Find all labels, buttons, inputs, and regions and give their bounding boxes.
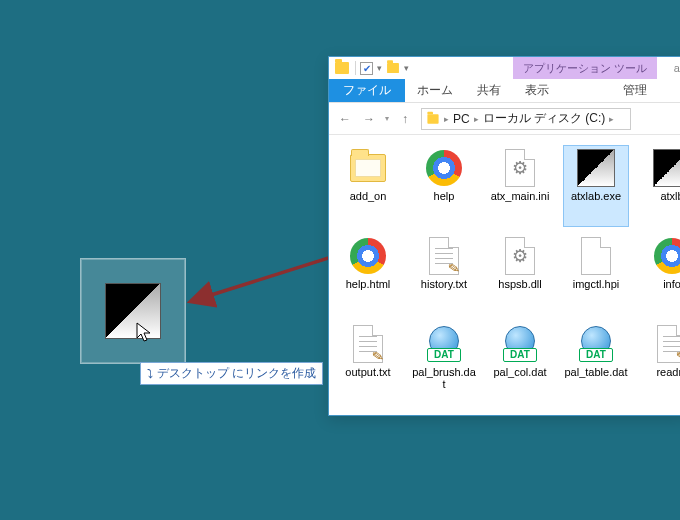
file-item[interactable]: help	[411, 145, 477, 227]
file-item[interactable]: add_on	[335, 145, 401, 227]
title-trail: at	[674, 57, 680, 79]
file-item[interactable]: ✎readm	[639, 321, 680, 415]
ribbon-tabs: アプリケーション ツール at ファイル ホーム 共有 表示 管理	[329, 79, 680, 103]
dat-file-icon: DAT	[500, 324, 540, 364]
tab-home[interactable]: ホーム	[405, 79, 465, 102]
file-item[interactable]: atxlab.exe	[563, 145, 629, 227]
dragged-app-thumb	[105, 283, 161, 339]
quick-access-toolbar: ✔ ▾ ▾	[355, 61, 409, 75]
file-label: readm	[656, 366, 680, 379]
breadcrumb-pc[interactable]: PC	[453, 112, 470, 126]
file-label: pal_table.dat	[565, 366, 628, 379]
file-label: history.txt	[421, 278, 467, 291]
nav-forward-button[interactable]: →	[361, 112, 377, 126]
file-item[interactable]: hspsb.dll	[487, 233, 553, 315]
qat-menu-caret[interactable]: ▾	[377, 63, 382, 73]
chrome-icon	[348, 236, 388, 276]
drop-tooltip: ⤵ デスクトップ にリンクを作成	[140, 362, 323, 385]
folder-icon[interactable]	[387, 63, 399, 73]
file-item[interactable]: atxlb	[639, 145, 680, 227]
file-label: help	[434, 190, 455, 203]
file-item[interactable]: DATpal_col.dat	[487, 321, 553, 415]
file-label: help.html	[346, 278, 391, 291]
file-label: pal_brush.dat	[412, 366, 476, 391]
tab-share[interactable]: 共有	[465, 79, 513, 102]
file-label: atx_main.ini	[491, 190, 550, 203]
file-label: atxlb	[660, 190, 680, 203]
file-item[interactable]: ✎history.txt	[411, 233, 477, 315]
explorer-window: ✔ ▾ ▾ アプリケーション ツール at ファイル ホーム 共有 表示 管理 …	[328, 56, 680, 416]
text-file-icon: ✎	[424, 236, 464, 276]
file-item[interactable]: DATpal_table.dat	[563, 321, 629, 415]
drop-tooltip-text: デスクトップ にリンクを作成	[157, 365, 316, 382]
app-icon	[576, 148, 616, 188]
file-grid: add_onhelpatx_main.iniatxlab.exeatxlbhel…	[329, 135, 680, 415]
chrome-icon	[424, 148, 464, 188]
settings-file-icon	[500, 148, 540, 188]
tab-manage[interactable]: 管理	[603, 79, 680, 102]
shortcut-arrow-icon: ⤵	[147, 367, 153, 381]
app-icon	[652, 148, 680, 188]
file-item[interactable]: ✎output.txt	[335, 321, 401, 415]
contextual-tab-label: アプリケーション ツール	[513, 57, 657, 79]
file-label: add_on	[350, 190, 387, 203]
folder-icon	[335, 62, 349, 74]
text-file-icon: ✎	[652, 324, 680, 364]
dat-file-icon: DAT	[424, 324, 464, 364]
file-label: info	[663, 278, 680, 291]
file-label: atxlab.exe	[571, 190, 621, 203]
nav-history-caret[interactable]: ▾	[385, 114, 389, 123]
dat-file-icon: DAT	[576, 324, 616, 364]
nav-up-button[interactable]: ↑	[397, 112, 413, 126]
address-bar[interactable]: ▸ PC ▸ ローカル ディスク (C:) ▸	[421, 108, 631, 130]
breadcrumb-drive[interactable]: ローカル ディスク (C:)	[483, 110, 606, 127]
file-item[interactable]: help.html	[335, 233, 401, 315]
text-file-icon: ✎	[348, 324, 388, 364]
folder-icon	[427, 114, 438, 124]
file-label: pal_col.dat	[493, 366, 546, 379]
qat-chevron[interactable]: ▾	[404, 63, 409, 73]
file-label: output.txt	[345, 366, 390, 379]
settings-file-icon	[500, 236, 540, 276]
navbar: ← → ▾ ↑ ▸ PC ▸ ローカル ディスク (C:) ▸	[329, 103, 680, 135]
folder-icon	[348, 148, 388, 188]
desktop-drop-target	[80, 258, 186, 364]
file-item[interactable]: atx_main.ini	[487, 145, 553, 227]
file-item[interactable]: DATpal_brush.dat	[411, 321, 477, 415]
nav-back-button[interactable]: ←	[337, 112, 353, 126]
file-item[interactable]: imgctl.hpi	[563, 233, 629, 315]
file-item[interactable]: info	[639, 233, 680, 315]
qat-checkbox[interactable]: ✔	[360, 62, 373, 75]
tab-file[interactable]: ファイル	[329, 79, 405, 102]
file-icon	[576, 236, 616, 276]
chrome-icon	[652, 236, 680, 276]
file-label: hspsb.dll	[498, 278, 541, 291]
file-label: imgctl.hpi	[573, 278, 619, 291]
tab-view[interactable]: 表示	[513, 79, 561, 102]
